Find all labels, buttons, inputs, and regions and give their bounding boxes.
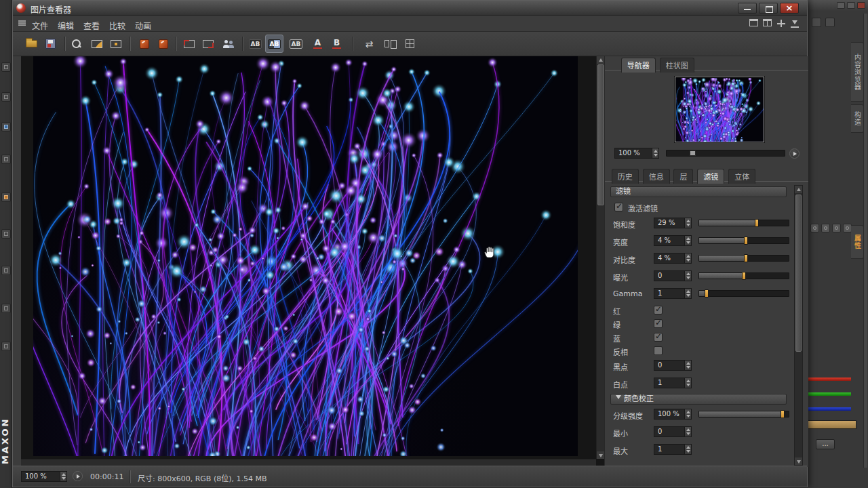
brightness-spinbox[interactable]: 4 % [654, 235, 692, 246]
filter-group-header[interactable]: 滤镜 [610, 186, 787, 197]
ab-compare-button[interactable]: AB [246, 35, 264, 53]
stepper-icon[interactable] [684, 409, 692, 420]
minimize-button[interactable] [738, 3, 757, 14]
white-point-spinbox[interactable]: 1 [654, 378, 692, 388]
activate-filter-checkbox[interactable] [614, 203, 623, 211]
stepper-icon[interactable] [684, 253, 692, 264]
tab-attributes[interactable]: 属性 [851, 225, 864, 259]
red-checkbox[interactable] [654, 306, 663, 314]
stepper-icon[interactable] [684, 360, 692, 371]
panel-scrollbar-thumb[interactable] [795, 195, 802, 352]
history-mode-icon[interactable] [821, 224, 830, 232]
vertical-scrollbar[interactable] [596, 56, 604, 459]
team-render-button[interactable] [219, 35, 237, 53]
brightness-slider[interactable] [698, 237, 789, 244]
right-scrollbar-strip[interactable] [863, 14, 867, 468]
contrast-spinbox[interactable]: 4 % [654, 253, 692, 264]
tab-filter[interactable]: 滤镜 [697, 169, 724, 184]
set-compare-b-button[interactable] [154, 35, 172, 53]
panel-scrollbar[interactable] [794, 185, 803, 466]
left-tool-icon[interactable] [1, 342, 11, 351]
tab-history[interactable]: 历史 [612, 169, 639, 184]
menu-grip-icon[interactable] [18, 22, 26, 24]
left-tool-icon[interactable] [1, 62, 11, 72]
image-viewport[interactable] [21, 56, 604, 467]
menu-edit[interactable]: 编辑 [55, 18, 77, 33]
scroll-down-icon[interactable] [795, 458, 802, 465]
tab-structure[interactable]: 构造 [851, 104, 864, 133]
tab-navigator[interactable]: 导航器 [621, 58, 656, 73]
save-button[interactable] [41, 35, 60, 53]
scroll-up-icon[interactable] [795, 186, 802, 193]
blue-checkbox[interactable] [654, 333, 663, 342]
image-a-button[interactable]: A [309, 35, 327, 53]
fit-image-button[interactable] [87, 35, 106, 53]
exposure-slider[interactable] [698, 272, 789, 279]
track-mode-icon[interactable] [832, 224, 841, 232]
image-b-button[interactable]: B [328, 35, 346, 53]
stepper-icon[interactable] [684, 288, 692, 299]
ab-wireframe-button[interactable]: AB [287, 35, 305, 53]
split-pane-icon[interactable] [763, 19, 773, 28]
tab-content-browser[interactable]: 内容浏览器 [851, 42, 864, 102]
zoom-spinbox[interactable]: 100 % [614, 148, 659, 159]
zoom-slider[interactable] [666, 150, 785, 157]
ab-split-button[interactable]: AB [265, 35, 283, 53]
play-button[interactable] [73, 471, 83, 481]
maximize-button[interactable] [759, 3, 778, 14]
left-tool-icon[interactable] [1, 192, 11, 202]
titlebar[interactable]: 图片查看器 [13, 1, 807, 16]
stepper-icon[interactable] [684, 444, 692, 455]
black-point-spinbox[interactable]: 0 [654, 360, 692, 371]
saturation-spinbox[interactable]: 29 % [654, 218, 692, 228]
lock-icon[interactable] [810, 224, 819, 232]
dock-down-icon[interactable] [790, 19, 800, 28]
main-close-button[interactable] [857, 2, 865, 9]
tab-info[interactable]: 信息 [643, 169, 670, 184]
menu-animation[interactable]: 动画 [132, 18, 154, 33]
zoom-fit-button[interactable] [789, 148, 800, 159]
left-tool-icon[interactable] [1, 155, 11, 164]
set-compare-a-button[interactable] [135, 35, 153, 53]
left-tool-icon[interactable] [1, 122, 11, 131]
grading-strength-slider[interactable] [698, 411, 789, 418]
left-tool-icon[interactable] [1, 304, 11, 313]
tab-stereo[interactable]: 立体 [728, 169, 755, 184]
green-checkbox[interactable] [654, 319, 663, 328]
contrast-slider[interactable] [698, 255, 789, 262]
gamma-slider[interactable] [698, 290, 789, 297]
color-correction-header[interactable]: 颜色校正 [610, 394, 787, 405]
swap-ab-button[interactable] [360, 35, 378, 53]
vertical-scrollbar-thumb[interactable] [597, 64, 604, 205]
actual-pixels-button[interactable] [106, 35, 125, 53]
zoom-slider-thumb[interactable] [690, 150, 696, 156]
saturation-slider[interactable] [698, 220, 789, 226]
left-tool-icon[interactable] [1, 266, 11, 275]
stepper-icon[interactable] [684, 218, 692, 228]
stepper-icon[interactable] [684, 270, 692, 281]
exposure-spinbox[interactable]: 0 [654, 270, 692, 281]
menu-view[interactable]: 查看 [81, 18, 102, 33]
invert-checkbox[interactable] [654, 346, 663, 355]
move-pane-icon[interactable] [776, 19, 787, 28]
main-minimize-button[interactable] [837, 2, 845, 9]
minimum-spinbox[interactable]: 0 [654, 426, 692, 437]
tab-histogram[interactable]: 柱状图 [660, 58, 694, 73]
zoom-stepper[interactable] [652, 148, 659, 159]
left-tool-icon[interactable] [1, 229, 11, 239]
stepper-icon[interactable] [60, 471, 67, 482]
stepper-icon[interactable] [684, 235, 692, 246]
menu-file[interactable]: 文件 [29, 18, 51, 33]
compare-right-button[interactable] [199, 35, 217, 53]
close-button[interactable] [780, 3, 799, 14]
left-tool-icon[interactable] [1, 92, 11, 102]
single-pane-icon[interactable] [749, 19, 760, 28]
panel-icon[interactable] [825, 18, 835, 27]
tab-layer[interactable]: 层 [673, 169, 693, 184]
menu-compare[interactable]: 比较 [106, 18, 128, 33]
render-canvas[interactable] [33, 56, 578, 456]
browse-button[interactable]: ... [816, 439, 835, 449]
main-maximize-button[interactable] [847, 2, 855, 9]
compare-left-button[interactable] [180, 35, 198, 53]
grading-strength-spinbox[interactable]: 100 % [654, 409, 692, 420]
